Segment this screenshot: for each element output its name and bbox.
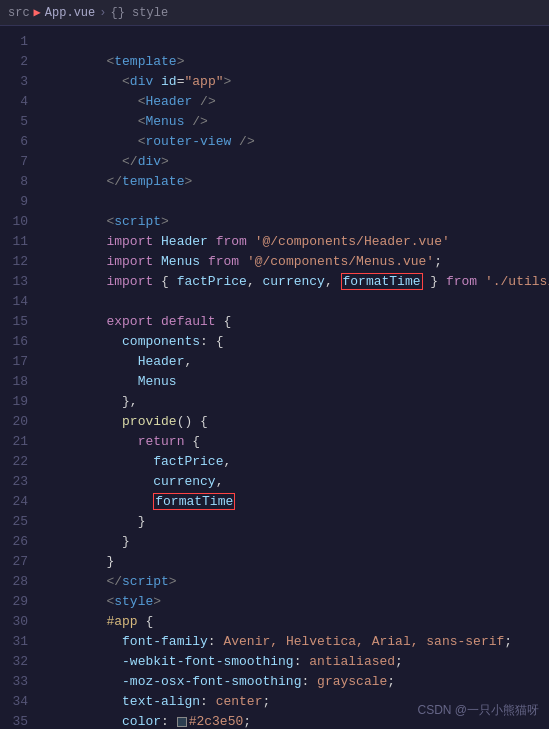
breadcrumb-section: {} style bbox=[110, 6, 168, 20]
breadcrumb-bar: src ▶ App.vue › {} style bbox=[0, 0, 549, 26]
code-line-14: export default { bbox=[44, 292, 541, 312]
code-line-1: <template> bbox=[44, 32, 541, 52]
code-content: <template> <div id="app"> <Header /> <Me… bbox=[36, 26, 549, 729]
editor-container: src ▶ App.vue › {} style 1 2 3 4 5 6 7 8… bbox=[0, 0, 549, 729]
breadcrumb-src: src bbox=[8, 6, 30, 20]
code-line-27: </script> bbox=[44, 552, 541, 572]
breadcrumb-arrow: ▶ bbox=[34, 5, 41, 20]
line-numbers: 1 2 3 4 5 6 7 8 9 10 11 12 13 14 15 16 1… bbox=[0, 26, 36, 729]
color-swatch bbox=[177, 717, 187, 727]
breadcrumb-separator: › bbox=[99, 6, 106, 20]
code-area: 1 2 3 4 5 6 7 8 9 10 11 12 13 14 15 16 1… bbox=[0, 26, 549, 729]
watermark: CSDN @一只小熊猫呀 bbox=[417, 702, 539, 719]
breadcrumb-file: App.vue bbox=[45, 6, 95, 20]
code-line-9: <script> bbox=[44, 192, 541, 212]
